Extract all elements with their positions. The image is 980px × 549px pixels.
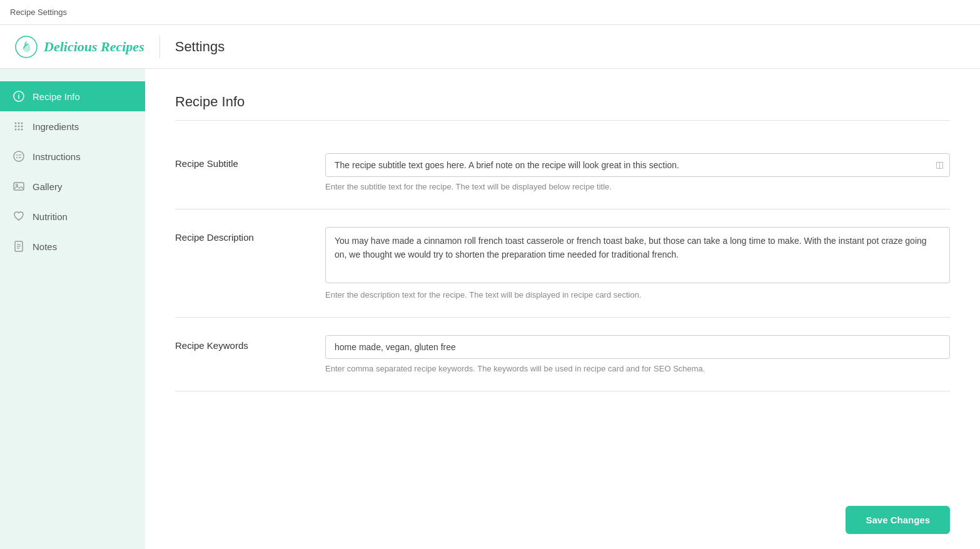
subtitle-input[interactable] <box>325 153 950 177</box>
logo-text: Delicious Recipes <box>44 39 144 55</box>
svg-point-12 <box>14 151 24 161</box>
svg-rect-17 <box>14 183 24 190</box>
document-icon <box>13 240 25 253</box>
description-hint: Enter the description text for the recip… <box>325 290 950 300</box>
image-icon <box>13 180 25 193</box>
svg-point-10 <box>18 129 20 131</box>
main-area: Recipe Info Recipe Subtitle ◫ Enter the … <box>145 69 980 549</box>
sidebar-item-gallery-label: Gallery <box>33 181 63 192</box>
layout: i Recipe Info Ingredients <box>0 69 980 549</box>
top-bar: Recipe Settings <box>0 0 980 25</box>
section-title: Recipe Info <box>175 94 950 121</box>
window-title: Recipe Settings <box>10 8 67 17</box>
svg-point-6 <box>15 126 17 128</box>
save-changes-button[interactable]: Save Changes <box>846 506 950 534</box>
keywords-label: Recipe Keywords <box>175 335 300 351</box>
form-row-keywords: Recipe Keywords Enter comma separated re… <box>175 318 950 391</box>
svg-text:i: i <box>18 93 19 100</box>
keywords-hint: Enter comma separated recipe keywords. T… <box>325 364 950 373</box>
sidebar: i Recipe Info Ingredients <box>0 69 145 549</box>
sidebar-item-nutrition[interactable]: Nutrition <box>0 201 145 231</box>
sidebar-item-instructions[interactable]: Instructions <box>0 141 145 171</box>
description-textarea[interactable]: You may have made a cinnamon roll french… <box>325 227 950 283</box>
dots-grid-icon <box>13 120 25 133</box>
header: Delicious Recipes Settings <box>0 25 980 69</box>
svg-point-13 <box>16 154 18 156</box>
logo-area: Delicious Recipes <box>15 36 144 58</box>
svg-point-8 <box>21 126 23 128</box>
subtitle-field: ◫ Enter the subtitle text for the recipe… <box>325 153 950 191</box>
keywords-field: Enter comma separated recipe keywords. T… <box>325 335 950 373</box>
description-label: Recipe Description <box>175 227 300 243</box>
sidebar-item-ingredients[interactable]: Ingredients <box>0 111 145 141</box>
description-field: You may have made a cinnamon roll french… <box>325 227 950 300</box>
svg-point-5 <box>21 123 23 124</box>
heart-icon <box>13 210 25 223</box>
sidebar-item-nutrition-label: Nutrition <box>33 211 68 222</box>
svg-point-7 <box>18 126 20 128</box>
logo-icon <box>15 36 38 58</box>
footer-bar: Save Changes <box>145 491 980 549</box>
sidebar-item-recipe-info[interactable]: i Recipe Info <box>0 81 145 111</box>
keywords-input[interactable] <box>325 335 950 359</box>
sidebar-item-notes[interactable]: Notes <box>0 231 145 261</box>
svg-point-18 <box>16 184 18 186</box>
text-icon: ◫ <box>936 159 944 169</box>
form-row-description: Recipe Description You may have made a c… <box>175 209 950 318</box>
sidebar-item-notes-label: Notes <box>33 241 57 252</box>
svg-point-9 <box>15 129 17 131</box>
info-circle-icon: i <box>13 90 25 103</box>
svg-point-11 <box>21 129 23 131</box>
sidebar-item-ingredients-label: Ingredients <box>33 121 79 132</box>
subtitle-input-wrap: ◫ <box>325 153 950 177</box>
svg-point-15 <box>16 157 18 158</box>
svg-point-3 <box>15 123 17 124</box>
header-section-label: Settings <box>175 39 225 55</box>
main-content: Recipe Info Recipe Subtitle ◫ Enter the … <box>145 69 980 491</box>
sidebar-item-instructions-label: Instructions <box>33 151 81 162</box>
svg-point-4 <box>18 123 20 124</box>
header-divider <box>159 36 160 58</box>
circle-list-icon <box>13 150 25 163</box>
sidebar-item-recipe-info-label: Recipe Info <box>33 91 80 102</box>
form-row-subtitle: Recipe Subtitle ◫ Enter the subtitle tex… <box>175 136 950 209</box>
subtitle-label: Recipe Subtitle <box>175 153 300 169</box>
subtitle-hint: Enter the subtitle text for the recipe. … <box>325 182 950 191</box>
sidebar-item-gallery[interactable]: Gallery <box>0 171 145 201</box>
